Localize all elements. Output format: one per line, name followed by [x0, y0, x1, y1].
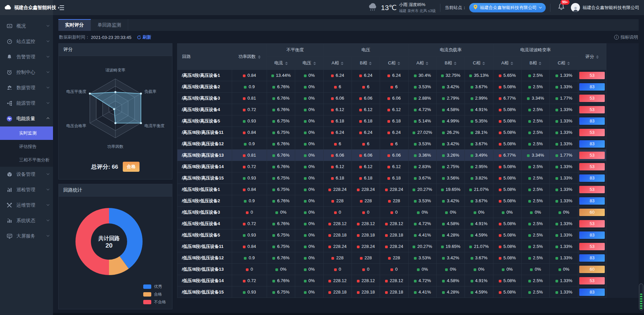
col-header-2-1[interactable]: B相	[436, 57, 465, 70]
refresh-button[interactable]: 刷新	[137, 34, 151, 40]
legend-item-0[interactable]: 优秀	[143, 284, 166, 290]
col-header-1-1[interactable]: B相	[352, 57, 380, 70]
tab-1[interactable]: 单回路监测	[91, 19, 128, 31]
col-header-1-0[interactable]: A相	[323, 57, 352, 70]
table-row-1[interactable]: /高压/Ⅰ段/高压设备20.96.76%0%6663.53%3.42%3.67%…	[177, 81, 639, 93]
value-cell: 0%	[295, 252, 323, 264]
value-cell: 0.72	[232, 275, 267, 286]
sidebar-subitem-2[interactable]: 三相不平衡分析	[0, 153, 53, 167]
table-row-16[interactable]: /低压/Ⅱ段/低压设备120.96.76%0%2282282283.53%3.4…	[177, 252, 639, 264]
value-cell: 4.58%	[436, 218, 465, 229]
sidebar-item-7[interactable]: 设备管理	[0, 167, 53, 182]
col-header-2-2[interactable]: C相	[465, 57, 493, 70]
value-cell: 228.24	[380, 241, 408, 252]
table-row-17[interactable]: /低压/Ⅱ段/低压设备1300%0%0000%0%0%0%0%0%60	[177, 264, 639, 275]
sidebar-item-3[interactable]: 控制中心	[0, 65, 53, 80]
table-row-10[interactable]: /低压/Ⅰ段/低压设备10.846.75%0%228.24228.24228.2…	[177, 184, 639, 195]
sidebar-subitem-1[interactable]: 评估报告	[0, 140, 53, 153]
station-dropdown[interactable]: 福建合众鑫智能科技有限公司	[469, 3, 546, 12]
table-row-8[interactable]: /高压/Ⅱ段/高压设备140.726.76%0%6.126.126.122.83…	[177, 161, 639, 172]
value-cell: 4.41%	[408, 229, 436, 241]
score-cell: 83	[578, 195, 606, 207]
user-menu[interactable]: 福建合众鑫智能科技有限公司	[571, 3, 639, 12]
device-manage-icon	[6, 171, 13, 177]
table-row-0[interactable]: /高压/Ⅰ段/高压设备10.8413.44%0%6.246.246.2430.4…	[177, 70, 639, 81]
sidebar-item-1[interactable]: 站点监控	[0, 34, 53, 49]
sidebar-subitem-0[interactable]: 实时监测	[0, 126, 53, 140]
value-cell: 0.93	[232, 286, 267, 298]
green-status-dot	[304, 280, 307, 282]
sidebar-item-6[interactable]: 电能质量	[0, 111, 53, 126]
red-status-dot	[246, 268, 249, 271]
value-cell: 3.82%	[465, 172, 493, 184]
value-cell: 6.06	[323, 93, 352, 104]
red-status-dot	[362, 268, 365, 271]
value-cell: 6.12	[323, 161, 352, 172]
sidebar-item-5[interactable]: 能源管理	[0, 96, 53, 111]
green-status-dot	[414, 74, 417, 77]
col-header-3-1[interactable]: B相	[521, 57, 549, 70]
table-row-11[interactable]: /低压/Ⅰ段/低压设备20.96.76%0%2282282283.53%3.42…	[177, 195, 639, 207]
table-row-2[interactable]: /高压/Ⅰ段/高压设备30.816.76%0%6.066.066.062.88%…	[177, 93, 639, 104]
table-row-7[interactable]: /高压/Ⅱ段/高压设备130.816.76%0%6.066.066.063.36…	[177, 150, 639, 161]
green-status-dot	[414, 166, 417, 168]
table-row-12[interactable]: /低压/Ⅰ段/低压设备300%0%0000%0%0%0%0%0%60	[177, 207, 639, 218]
table-row-19[interactable]: /低压/Ⅱ段/低压设备150.936.75%0%228.18228.18228.…	[177, 286, 639, 298]
red-status-dot	[499, 177, 501, 180]
table-row-18[interactable]: /低压/Ⅱ段/低压设备140.726.76%0%228.12228.12228.…	[177, 275, 639, 286]
sidebar-item-0[interactable]: 概况	[0, 18, 53, 34]
tab-0[interactable]: 实时评分	[58, 19, 91, 31]
table-row-14[interactable]: /低压/Ⅰ段/低压设备50.936.75%0%228.18228.18228.1…	[177, 229, 639, 241]
green-status-dot	[528, 189, 531, 191]
table-row-15[interactable]: /低压/Ⅱ段/低压设备110.846.75%0%228.24228.24228.…	[177, 241, 639, 252]
value-cell: 6	[323, 138, 352, 150]
score-bar: 53	[579, 95, 605, 102]
table-row-5[interactable]: /高压/Ⅱ段/高压设备110.846.75%0%6.246.246.2427.0…	[177, 127, 639, 138]
maintenance-icon	[6, 202, 13, 208]
green-status-dot	[471, 280, 473, 282]
metric-help-link[interactable]: i 指标说明	[614, 34, 638, 40]
legend-item-1[interactable]: 合格	[143, 292, 166, 297]
col-header-1-2[interactable]: C相	[380, 57, 408, 70]
red-status-dot	[499, 166, 501, 168]
value-cell: 6.12	[352, 104, 380, 115]
table-row-9[interactable]: /高压/Ⅱ段/高压设备150.936.75%0%6.186.186.183.67…	[177, 172, 639, 184]
table-row-6[interactable]: /高压/Ⅱ段/高压设备120.96.76%0%6663.53%3.42%3.67…	[177, 138, 639, 150]
value-cell: 6.76%	[267, 275, 295, 286]
green-status-dot	[528, 177, 531, 180]
green-status-dot	[502, 211, 504, 214]
table-row-13[interactable]: /低压/Ⅰ段/低压设备40.726.76%0%228.12228.12228.1…	[177, 218, 639, 229]
sidebar-item-11[interactable]: 大屏服务	[0, 228, 53, 244]
scrollbar-thumb[interactable]	[639, 283, 643, 310]
red-status-dot	[385, 223, 388, 225]
notification-badge: 99+	[560, 0, 570, 5]
col-header-2-0[interactable]: A相	[408, 57, 436, 70]
sidebar-item-10[interactable]: 系统状态	[0, 213, 53, 228]
col-header-0-1[interactable]: 电压	[295, 57, 323, 70]
green-status-dot	[471, 109, 473, 111]
sidebar-item-2[interactable]: 告警管理	[0, 49, 53, 65]
sidebar-item-4[interactable]: 数据管理	[0, 80, 53, 96]
col-header-score[interactable]: 评分	[578, 44, 606, 70]
sort-caret-icon	[313, 62, 316, 65]
red-status-dot	[331, 132, 334, 134]
table-row-3[interactable]: /高压/Ⅰ段/高压设备40.726.76%0%6.126.126.124.72%…	[177, 104, 639, 115]
value-cell: 5.08%	[493, 81, 521, 93]
chevron-down-icon	[47, 24, 49, 27]
notifications-button[interactable]: 99+	[556, 3, 567, 12]
sidebar-item-8[interactable]: 巡检管理	[0, 182, 53, 198]
red-status-dot	[357, 280, 360, 282]
value-cell: 6.76%	[267, 252, 295, 264]
col-header-3-2[interactable]: C相	[550, 57, 578, 70]
col-header-0-0[interactable]: 电流	[267, 57, 295, 70]
red-status-dot	[390, 268, 393, 271]
sidebar-menu: 概况站点监控告警管理控制中心数据管理能源管理电能质量实时监测评估报告三相不平衡分…	[0, 15, 53, 315]
col-header-3-0[interactable]: A相	[493, 57, 521, 70]
value-cell: 1.33%	[550, 195, 578, 207]
value-cell: 4.28%	[436, 286, 465, 298]
table-row-4[interactable]: /高压/Ⅰ段/高压设备50.936.75%0%6.186.186.185.14%…	[177, 115, 639, 127]
col-header-power-factor[interactable]: 功率因数	[232, 44, 267, 70]
legend-item-2[interactable]: 不合格	[143, 299, 166, 305]
sidebar-item-9[interactable]: 运维管理	[0, 198, 53, 213]
collapse-menu-icon[interactable]	[58, 5, 64, 10]
